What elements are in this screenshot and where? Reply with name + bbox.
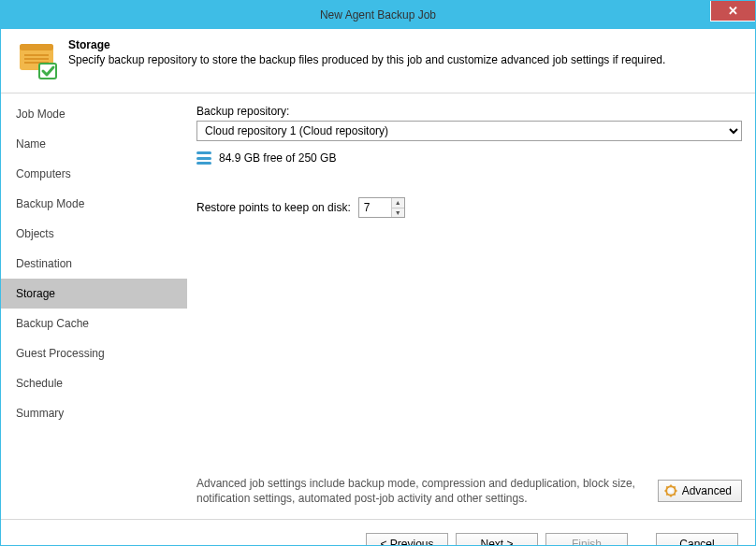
- sidebar-item-label: Summary: [16, 407, 64, 420]
- sidebar-item-destination[interactable]: Destination: [1, 249, 187, 279]
- close-button[interactable]: ✕: [710, 1, 755, 22]
- spinner-down-icon[interactable]: ▼: [392, 208, 404, 218]
- svg-rect-1: [20, 44, 53, 50]
- next-button[interactable]: Next >: [456, 533, 538, 547]
- sidebar-item-schedule[interactable]: Schedule: [1, 368, 187, 398]
- previous-button[interactable]: < Previous: [366, 533, 448, 547]
- sidebar-item-backup-cache[interactable]: Backup Cache: [1, 309, 187, 338]
- svg-line-11: [666, 486, 667, 487]
- restore-points-spinner[interactable]: ▲ ▼: [358, 197, 405, 218]
- page-title: Storage: [68, 38, 665, 51]
- svg-line-12: [674, 494, 675, 495]
- sidebar-item-guest-processing[interactable]: Guest Processing: [1, 338, 187, 368]
- restore-points-input[interactable]: [359, 198, 391, 217]
- spinner-up-icon[interactable]: ▲: [392, 198, 404, 208]
- sidebar-item-label: Backup Mode: [16, 197, 84, 210]
- sidebar-item-label: Computers: [16, 167, 71, 180]
- disk-stack-icon: [196, 151, 211, 165]
- page-subtitle: Specify backup repository to store the b…: [68, 53, 665, 66]
- sidebar-item-summary[interactable]: Summary: [1, 398, 187, 428]
- titlebar: New Agent Backup Job ✕: [1, 1, 755, 29]
- close-icon: ✕: [728, 4, 738, 18]
- sidebar-item-label: Backup Cache: [16, 317, 89, 330]
- sidebar-item-label: Schedule: [16, 377, 63, 390]
- advanced-description: Advanced job settings include backup mod…: [196, 476, 648, 506]
- restore-points-label: Restore points to keep on disk:: [196, 201, 351, 214]
- backup-repository-label: Backup repository:: [196, 105, 742, 118]
- sidebar-item-label: Objects: [16, 227, 54, 240]
- wizard-header: Storage Specify backup repository to sto…: [1, 29, 755, 93]
- sidebar-item-computers[interactable]: Computers: [1, 159, 187, 189]
- sidebar-item-label: Job Mode: [16, 108, 65, 121]
- sidebar-item-objects[interactable]: Objects: [1, 219, 187, 249]
- sidebar-item-storage[interactable]: Storage: [1, 279, 187, 309]
- sidebar-item-label: Guest Processing: [16, 347, 105, 360]
- backup-repository-select[interactable]: Cloud repository 1 (Cloud repository): [196, 121, 742, 141]
- sidebar-item-job-mode[interactable]: Job Mode: [1, 99, 187, 129]
- storage-page-icon: [16, 38, 57, 79]
- sidebar-item-label: Name: [16, 137, 46, 151]
- cancel-button[interactable]: Cancel: [656, 533, 738, 547]
- svg-line-13: [666, 494, 667, 495]
- finish-button: Finish: [545, 533, 628, 547]
- gear-icon: [664, 484, 677, 497]
- sidebar-item-label: Storage: [16, 287, 55, 300]
- wizard-sidebar: Job Mode Name Computers Backup Mode Obje…: [1, 93, 187, 519]
- sidebar-item-name[interactable]: Name: [1, 129, 187, 159]
- sidebar-item-backup-mode[interactable]: Backup Mode: [1, 189, 187, 219]
- window-title: New Agent Backup Job: [320, 8, 436, 22]
- svg-line-14: [674, 486, 675, 487]
- free-space-text: 84.9 GB free of 250 GB: [219, 151, 336, 165]
- svg-point-15: [669, 489, 673, 493]
- wizard-footer: < Previous Next > Finish Cancel: [1, 519, 755, 546]
- sidebar-item-label: Destination: [16, 257, 72, 270]
- advanced-button[interactable]: Advanced: [658, 480, 742, 502]
- advanced-button-label: Advanced: [682, 484, 732, 497]
- content-pane: Backup repository: Cloud repository 1 (C…: [187, 93, 755, 519]
